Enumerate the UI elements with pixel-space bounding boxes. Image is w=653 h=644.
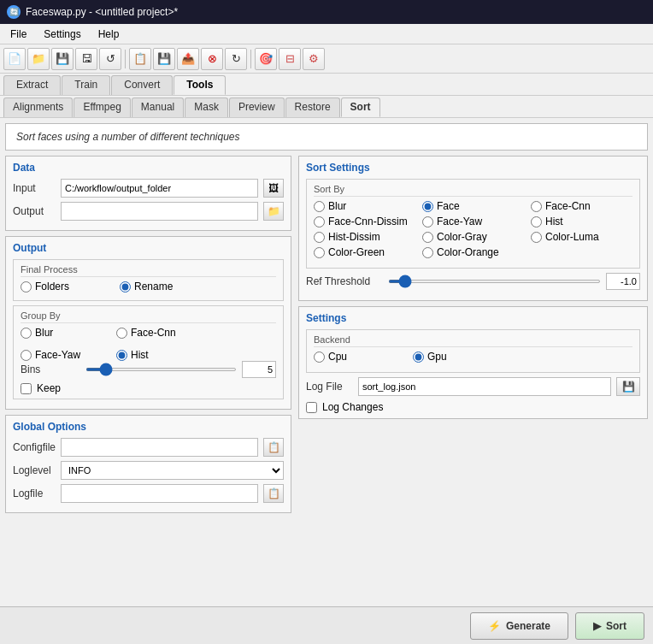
menu-settings[interactable]: Settings [37, 27, 87, 42]
sort-colororange-label: Color-Orange [437, 246, 499, 258]
subtab-effmpeg[interactable]: Effmpeg [74, 97, 130, 117]
toolbar-reload[interactable]: ↺ [99, 48, 121, 70]
sort-colorgreen-input[interactable] [314, 247, 325, 258]
sort-histdissim-radio[interactable]: Hist-Dissim [314, 231, 415, 243]
group-hist-radio[interactable]: Hist [116, 349, 202, 361]
log-changes-input[interactable] [306, 402, 317, 413]
subtab-sort[interactable]: Sort [341, 97, 380, 117]
sort-button[interactable]: ▶ Sort [575, 612, 644, 640]
menu-help[interactable]: Help [91, 27, 126, 42]
log-file-field[interactable] [358, 377, 611, 396]
backend-panel: Backend Cpu Gpu [306, 329, 640, 373]
group-blur-radio[interactable]: Blur [21, 327, 106, 339]
gpu-radio-input[interactable] [413, 352, 424, 363]
sort-hist-radio[interactable]: Hist [531, 216, 632, 227]
keep-checkbox-input[interactable] [21, 383, 32, 394]
toolbar-save2[interactable]: 💾 [153, 48, 175, 70]
folders-radio-input[interactable] [21, 281, 32, 292]
output-browse-btn[interactable]: 📁 [263, 202, 284, 221]
group-hist-input[interactable] [116, 350, 127, 361]
loglevel-select[interactable]: DEBUG INFO WARNING ERROR CRITICAL [61, 461, 284, 480]
bins-value[interactable] [242, 361, 276, 378]
menu-file[interactable]: File [3, 27, 33, 42]
sort-facecnn-radio[interactable]: Face-Cnn [531, 200, 632, 212]
toolbar-cancel[interactable]: ⊗ [201, 48, 223, 70]
output-field[interactable] [61, 202, 258, 221]
rename-radio[interactable]: Rename [120, 281, 205, 292]
input-browse-btn[interactable]: 🖼 [263, 179, 284, 198]
toolbar-minus[interactable]: ⊟ [279, 48, 301, 70]
bins-slider[interactable] [85, 368, 237, 371]
sort-face-radio[interactable]: Face [422, 200, 524, 212]
group-facecnn-radio[interactable]: Face-Cnn [116, 327, 202, 339]
toolbar-export[interactable]: 📤 [177, 48, 199, 70]
rename-radio-input[interactable] [120, 281, 131, 292]
subtab-preview[interactable]: Preview [229, 97, 285, 117]
toolbar-open[interactable]: 📁 [27, 48, 50, 70]
group-by-panel: Group By Blur Face-Cnn Face-Yaw [13, 305, 284, 399]
group-blur-input[interactable] [21, 328, 32, 339]
app-icon: 🔄 [7, 5, 21, 19]
sort-colororange-radio[interactable]: Color-Orange [422, 246, 524, 258]
tab-extract[interactable]: Extract [3, 75, 61, 95]
backend-title: Backend [314, 334, 632, 347]
sort-colorgray-radio[interactable]: Color-Gray [422, 231, 524, 243]
toolbar-target[interactable]: 🎯 [255, 48, 277, 70]
top-tabs: Extract Train Convert Tools [0, 74, 653, 96]
folders-radio[interactable]: Folders [21, 281, 106, 292]
toolbar-refresh[interactable]: ↻ [225, 48, 247, 70]
log-file-browse-btn[interactable]: 💾 [616, 377, 640, 396]
toolbar-copy[interactable]: 📋 [129, 48, 151, 70]
tab-convert[interactable]: Convert [111, 75, 173, 95]
cpu-radio[interactable]: Cpu [314, 351, 399, 363]
logfile-field[interactable] [61, 484, 258, 503]
tab-tools[interactable]: Tools [174, 75, 226, 95]
configfile-field[interactable] [61, 438, 258, 457]
sort-colororange-input[interactable] [422, 247, 433, 258]
generate-button[interactable]: ⚡ Generate [470, 612, 568, 640]
sort-blur-radio[interactable]: Blur [314, 200, 415, 212]
configfile-browse-btn[interactable]: 📋 [263, 438, 284, 457]
sort-facecnndissim-radio[interactable]: Face-Cnn-Dissim [314, 216, 415, 227]
sort-facecnn-label: Face-Cnn [545, 200, 591, 212]
group-facecnn-input[interactable] [116, 328, 127, 339]
cpu-radio-input[interactable] [314, 352, 325, 363]
sort-by-grid: Blur Face Face-Cnn Face-Cnn-Dissim [314, 200, 632, 258]
sort-by-title: Sort By [314, 184, 632, 197]
sort-colorgray-input[interactable] [422, 232, 433, 243]
toolbar-save[interactable]: 💾 [51, 48, 74, 70]
data-section: Data Input 🖼 Output 📁 [5, 156, 291, 231]
sort-histdissim-input[interactable] [314, 232, 325, 243]
ref-threshold-value[interactable] [606, 273, 640, 290]
sort-colorluma-radio[interactable]: Color-Luma [531, 231, 632, 243]
sort-hist-input[interactable] [531, 216, 542, 227]
subtab-manual[interactable]: Manual [132, 97, 184, 117]
sort-face-input[interactable] [422, 201, 433, 212]
sort-colorluma-input[interactable] [531, 232, 542, 243]
ref-threshold-row: Ref Threshold [306, 273, 640, 290]
group-faceyaw-input[interactable] [21, 350, 32, 361]
group-faceyaw-radio[interactable]: Face-Yaw [21, 349, 106, 361]
keep-label: Keep [37, 382, 61, 394]
sort-facecnn-input[interactable] [531, 201, 542, 212]
ref-threshold-label: Ref Threshold [306, 275, 383, 287]
sort-colorgreen-radio[interactable]: Color-Green [314, 246, 415, 258]
toolbar-gear[interactable]: ⚙ [303, 48, 325, 70]
logfile-browse-btn[interactable]: 📋 [263, 484, 284, 503]
sort-faceyaw-input[interactable] [422, 216, 433, 227]
toolbar-save-as[interactable]: 🖫 [75, 48, 97, 70]
gpu-radio[interactable]: Gpu [413, 351, 498, 363]
sort-faceyaw-radio[interactable]: Face-Yaw [422, 216, 524, 227]
tab-train[interactable]: Train [62, 75, 110, 95]
group-faceyaw-label: Face-Yaw [35, 349, 80, 361]
subtab-mask[interactable]: Mask [185, 97, 228, 117]
sort-facecnndissim-input[interactable] [314, 216, 325, 227]
sort-blur-input[interactable] [314, 201, 325, 212]
subtab-alignments[interactable]: Alignments [3, 97, 73, 117]
keep-checkbox[interactable]: Keep [21, 382, 276, 394]
subtab-restore[interactable]: Restore [285, 97, 340, 117]
ref-threshold-slider[interactable] [388, 280, 601, 283]
toolbar-new[interactable]: 📄 [3, 48, 26, 70]
input-field[interactable] [61, 179, 258, 198]
log-changes-checkbox[interactable]: Log Changes [306, 401, 640, 413]
